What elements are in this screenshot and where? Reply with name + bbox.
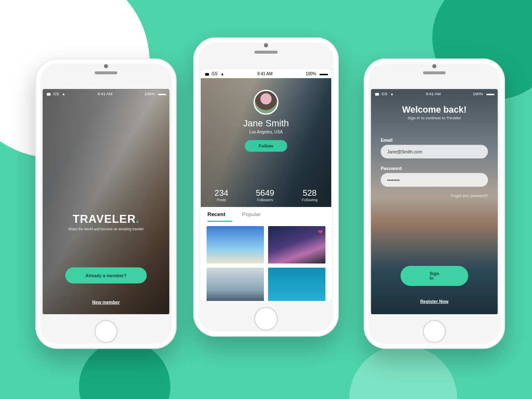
sign-in-button[interactable]: Sign In	[401, 266, 468, 286]
battery-icon	[318, 71, 327, 76]
photo-thumb[interactable]	[207, 268, 264, 301]
battery-label: 100%	[305, 71, 316, 76]
signal-icon	[47, 91, 52, 96]
home-button[interactable]	[94, 320, 118, 343]
signal-icon	[375, 91, 380, 96]
speaker-slot	[423, 71, 446, 74]
speaker-slot	[254, 51, 278, 54]
stats-row: 234 Posts 5649 Followers 528 Following	[201, 188, 331, 202]
carrier-label: GS	[212, 71, 217, 76]
brand-dot: .	[136, 212, 140, 225]
home-button[interactable]	[423, 320, 446, 343]
photo-grid: ❤	[201, 222, 331, 301]
status-bar: GS 9:41 AM 100%	[43, 89, 170, 98]
battery-icon	[485, 91, 493, 96]
already-member-button[interactable]: Already a member?	[65, 267, 147, 283]
photo-thumb[interactable]	[207, 226, 264, 264]
email-field[interactable]	[381, 145, 488, 158]
avatar[interactable]	[254, 90, 278, 115]
register-now-link[interactable]: Register Now	[371, 299, 498, 304]
screen-login: GS 9:41 AM 100% Welcome back! Sign in to…	[371, 89, 498, 314]
welcome-subtitle: Sign in to continue to Treveler	[371, 116, 498, 121]
phone-profile: GS 9:41 AM 100% Jane Smith Los Angeles, …	[193, 37, 339, 337]
phone-login: GS 9:41 AM 100% Welcome back! Sign in to…	[364, 59, 505, 349]
battery-label: 100%	[145, 91, 155, 96]
camera-dot	[104, 64, 108, 68]
battery-label: 100%	[473, 91, 483, 96]
screen-profile: GS 9:41 AM 100% Jane Smith Los Angeles, …	[201, 69, 331, 301]
new-member-link[interactable]: New member	[92, 300, 120, 305]
password-label: Password	[381, 166, 488, 171]
status-bar: GS 9:41 AM 100%	[201, 69, 331, 78]
tabs: Recent Popular	[201, 207, 331, 221]
camera-dot	[432, 64, 436, 68]
clock-label: 9:41 AM	[98, 91, 113, 96]
tab-recent[interactable]: Recent	[207, 211, 225, 219]
home-button[interactable]	[254, 307, 278, 331]
stat-following[interactable]: 528 Following	[302, 188, 318, 202]
screen-onboarding: GS 9:41 AM 100% TRAVELER. Share the Worl…	[43, 89, 170, 314]
photo-thumb[interactable]	[268, 268, 325, 301]
welcome-title: Welcome back!	[371, 104, 498, 115]
forgot-password-link[interactable]: Forgot your password?	[381, 194, 488, 198]
brand-title: TRAVELER.	[56, 212, 156, 225]
battery-icon	[156, 91, 165, 96]
stat-posts[interactable]: 234 Posts	[214, 188, 228, 202]
tab-popular[interactable]: Popular	[242, 211, 261, 219]
password-field[interactable]	[381, 173, 488, 187]
photo-thumb[interactable]: ❤	[268, 226, 325, 264]
wifi-icon	[389, 91, 394, 96]
wifi-icon	[219, 71, 224, 76]
status-bar: GS 9:41 AM 100%	[371, 89, 498, 98]
wifi-icon	[61, 91, 66, 96]
carrier-label: GS	[53, 91, 59, 96]
carrier-label: GS	[382, 91, 387, 96]
camera-dot	[264, 43, 268, 47]
login-form: Email Password Forgot your password?	[381, 138, 488, 198]
follow-button[interactable]: Follow	[245, 140, 288, 152]
profile-location: Los Angeles, USA	[201, 130, 331, 134]
speaker-slot	[95, 71, 117, 74]
signal-icon	[205, 71, 210, 76]
clock-label: 9:41 AM	[257, 71, 273, 76]
clock-label: 9:41 AM	[426, 91, 441, 96]
heart-icon[interactable]: ❤	[318, 229, 323, 235]
email-label: Email	[381, 138, 488, 143]
phone-onboarding: GS 9:41 AM 100% TRAVELER. Share the Worl…	[35, 59, 177, 349]
stat-followers[interactable]: 5649 Followers	[256, 188, 274, 202]
brand-tagline: Share the World and become an amazing tr…	[56, 227, 156, 231]
